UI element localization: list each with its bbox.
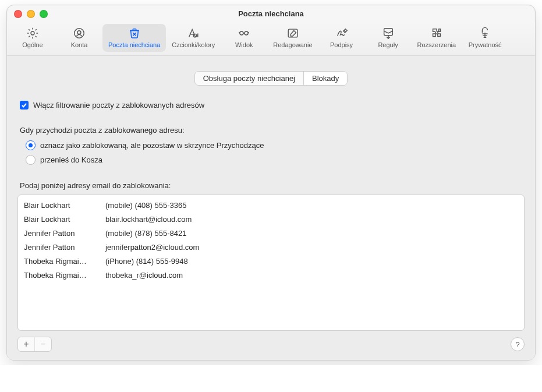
blocked-address: jenniferpatton2@icloud.com <box>105 241 518 255</box>
blocked-list-row[interactable]: Blair Lockhart(mobile) (408) 555-3365 <box>24 199 518 213</box>
preferences-window: Poczta niechciana OgólneKontaPoczta niec… <box>6 5 536 361</box>
composing-icon <box>273 26 312 40</box>
toolbar-tab-label: Poczta niechciana <box>108 41 160 48</box>
blocked-list-row[interactable]: Thobeka Rigmai…thobeka_r@icloud.com <box>24 269 518 282</box>
radio-label: przenieś do Kosza <box>40 156 102 164</box>
toolbar-tab-label: Widok <box>226 41 261 48</box>
radio-option-mark[interactable]: oznacz jako zablokowaną, ale pozostaw w … <box>26 140 525 150</box>
viewing-icon <box>226 26 261 40</box>
svg-point-1 <box>75 29 84 38</box>
enable-filter-label: Włącz filtrowanie poczty z zablokowanych… <box>33 101 204 110</box>
toolbar-tab-signatures[interactable]: Podpisy <box>318 24 365 52</box>
toolbar-tab-extensions[interactable]: Rozszerzenia <box>412 24 462 52</box>
blocked-list-row[interactable]: Jennifer Patton(mobile) (878) 555-8421 <box>24 227 518 241</box>
blocked-list-row[interactable]: Blair Lockhartblair.lockhart@icloud.com <box>24 213 518 227</box>
general-icon <box>15 26 50 40</box>
svg-point-4 <box>245 31 248 35</box>
accounts-icon <box>62 26 97 40</box>
svg-point-0 <box>31 31 34 35</box>
toolbar-tab-viewing[interactable]: Widok <box>221 24 267 52</box>
remove-button: − <box>34 337 51 351</box>
fonts-icon <box>172 26 215 40</box>
add-remove-group: + − <box>17 337 52 352</box>
preferences-toolbar: OgólneKontaPoczta niechcianaCzcionki/kol… <box>7 22 535 56</box>
radio-label: oznacz jako zablokowaną, ale pozostaw w … <box>40 141 264 150</box>
toolbar-tab-accounts[interactable]: Konta <box>56 24 102 52</box>
blocked-addresses-list[interactable]: Blair Lockhart(mobile) (408) 555-3365Bla… <box>17 195 525 331</box>
help-button[interactable]: ? <box>511 337 525 351</box>
toolbar-tab-label: Redagowanie <box>273 41 312 48</box>
toolbar-tab-fonts[interactable]: Czcionki/kolory <box>166 24 221 52</box>
blocked-action-radio-group: oznacz jako zablokowaną, ale pozostaw w … <box>26 140 525 165</box>
traffic-lights <box>14 10 48 18</box>
toolbar-tab-label: Czcionki/kolory <box>172 41 215 48</box>
toolbar-tab-label: Ogólne <box>15 41 50 48</box>
window-title: Poczta niechciana <box>238 9 304 18</box>
blocked-list-heading: Podaj poniżej adresy email do zablokowan… <box>20 181 525 190</box>
blocked-name: Jennifer Patton <box>24 227 105 241</box>
enable-filter-row[interactable]: Włącz filtrowanie poczty z zablokowanych… <box>20 101 525 110</box>
radio-trash[interactable] <box>26 155 36 165</box>
rules-icon <box>371 26 406 40</box>
blocked-address: blair.lockhart@icloud.com <box>105 213 518 227</box>
signatures-icon <box>324 26 359 40</box>
blocked-name: Blair Lockhart <box>24 199 105 213</box>
close-window-button[interactable] <box>14 10 22 18</box>
subtab-handling[interactable]: Obsługa poczty niechcianej <box>195 72 303 85</box>
blocked-address: (iPhone) (814) 555-9948 <box>105 255 518 269</box>
blocked-address: thobeka_r@icloud.com <box>105 269 518 282</box>
toolbar-tab-composing[interactable]: Redagowanie <box>267 24 318 52</box>
blocked-name: Blair Lockhart <box>24 213 105 227</box>
radio-option-trash[interactable]: przenieś do Kosza <box>26 155 525 165</box>
junk-icon <box>108 26 160 40</box>
toolbar-tab-general[interactable]: Ogólne <box>9 24 56 52</box>
blocked-action-heading: Gdy przychodzi poczta z zablokowanego ad… <box>20 126 525 135</box>
blocked-name: Thobeka Rigmai… <box>24 255 105 269</box>
titlebar: Poczta niechciana <box>7 5 535 22</box>
blocked-name: Thobeka Rigmai… <box>24 269 105 282</box>
preferences-body: Obsługa poczty niechcianejBlokady Włącz … <box>7 56 535 360</box>
footer-bar: + − ? <box>17 337 525 352</box>
svg-point-2 <box>77 31 81 34</box>
toolbar-tab-rules[interactable]: Reguły <box>365 24 412 52</box>
toolbar-tab-label: Konta <box>62 41 97 48</box>
toolbar-tab-label: Reguły <box>371 41 406 48</box>
toolbar-tab-label: Podpisy <box>324 41 359 48</box>
blocked-list-row[interactable]: Jennifer Pattonjenniferpatton2@icloud.co… <box>24 241 518 255</box>
subtab-segmented-control: Obsługa poczty niechcianejBlokady <box>17 71 525 86</box>
subtab-blocked[interactable]: Blokady <box>303 72 347 85</box>
blocked-address: (mobile) (878) 555-8421 <box>105 227 518 241</box>
zoom-window-button[interactable] <box>40 10 48 18</box>
privacy-icon <box>467 26 502 40</box>
toolbar-tab-junk[interactable]: Poczta niechciana <box>102 24 166 52</box>
svg-point-3 <box>240 31 243 35</box>
toolbar-tab-label: Rozszerzenia <box>417 41 456 48</box>
enable-filter-checkbox[interactable] <box>20 101 29 110</box>
add-button[interactable]: + <box>18 337 34 351</box>
minimize-window-button[interactable] <box>27 10 35 18</box>
radio-mark[interactable] <box>26 140 36 150</box>
extensions-icon <box>417 26 456 40</box>
toolbar-tab-privacy[interactable]: Prywatność <box>462 24 508 52</box>
blocked-list-row[interactable]: Thobeka Rigmai…(iPhone) (814) 555-9948 <box>24 255 518 269</box>
blocked-address: (mobile) (408) 555-3365 <box>105 199 518 213</box>
blocked-name: Jennifer Patton <box>24 241 105 255</box>
toolbar-tab-label: Prywatność <box>467 41 502 48</box>
